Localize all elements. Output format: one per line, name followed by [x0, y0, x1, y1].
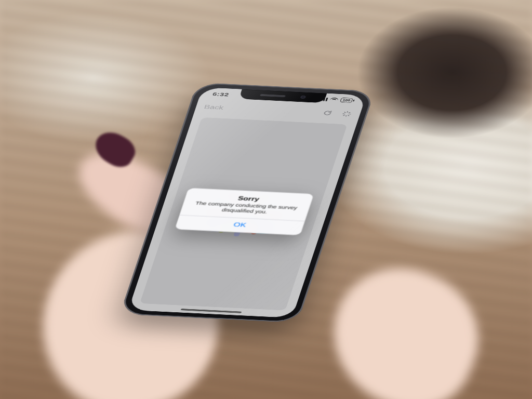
battery-level: 100 — [340, 98, 353, 103]
svg-line-4 — [344, 112, 345, 113]
phone: 6:32 100 Back — [119, 83, 375, 323]
refresh-icon[interactable] — [322, 110, 334, 116]
phone-screen: 6:32 100 Back — [128, 87, 366, 318]
back-button[interactable]: Back — [203, 104, 224, 111]
status-time: 6:32 — [212, 91, 230, 97]
svg-line-1 — [346, 115, 347, 116]
speaker-grille — [260, 94, 286, 97]
svg-line-6 — [343, 115, 344, 115]
wifi-icon — [329, 98, 339, 102]
photo-background: 6:32 100 Back — [0, 0, 532, 399]
battery-indicator: 100 — [340, 98, 355, 103]
svg-line-0 — [347, 112, 348, 113]
svg-line-7 — [349, 112, 350, 113]
loading-icon — [341, 111, 353, 117]
home-indicator[interactable] — [181, 309, 242, 313]
front-camera — [300, 96, 306, 99]
svg-line-5 — [348, 115, 349, 116]
notch — [239, 89, 327, 103]
alert-dialog: Sorry The company conducting the survey … — [175, 188, 314, 235]
hand — [312, 248, 498, 399]
